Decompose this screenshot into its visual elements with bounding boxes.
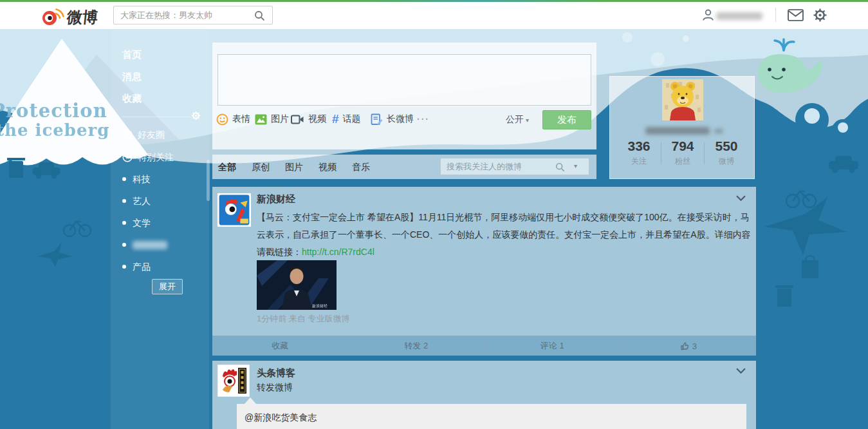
blurred-profile-name-tail [714, 129, 723, 133]
weibo-logo-text[interactable]: 微博 [66, 7, 98, 28]
bullet-icon [122, 243, 126, 247]
chevron-down-icon[interactable] [736, 368, 746, 374]
magnifier-icon[interactable] [555, 162, 565, 172]
trash-bin-icon [9, 161, 23, 178]
post-author[interactable]: 头条博客 [257, 367, 295, 379]
sidebar-gear-icon[interactable] [191, 111, 201, 120]
sidebar-expand-button[interactable]: 展开 [152, 279, 183, 294]
tool-emoticon[interactable]: 表情 [216, 111, 250, 128]
tool-topic[interactable]: #话题 [332, 111, 361, 128]
star-circle-icon [122, 152, 133, 162]
tab-original[interactable]: 原创 [252, 162, 270, 173]
sidebar-feed-blurred[interactable] [122, 240, 167, 250]
repost-button[interactable]: 转发 2 [348, 336, 485, 356]
sidebar-item-home[interactable]: 首页 [122, 49, 142, 61]
tool-long-post[interactable]: 长微博 [371, 111, 414, 128]
sidebar-feed-products[interactable]: 产品 [122, 262, 151, 273]
tab-music[interactable]: 音乐 [352, 162, 370, 173]
heart-circle-icon [122, 129, 133, 140]
sidebar-divider [122, 117, 190, 117]
feed-search-box: ▾ [440, 158, 589, 175]
chevron-down-icon[interactable]: ▾ [574, 162, 577, 169]
thumbs-up-icon [680, 341, 689, 350]
bullet-icon [122, 199, 126, 203]
blurred-username[interactable] [716, 12, 762, 20]
profile-card: 336 关注 794 粉丝 550 微博 [609, 76, 755, 179]
hash-icon: # [332, 112, 339, 126]
decor-line1: Protection [0, 100, 107, 122]
sidebar-feed-tech[interactable]: 科技 [122, 174, 151, 186]
shopping-bag-icon [802, 260, 818, 278]
header-bar: 微博 [0, 2, 868, 30]
quote-tail [245, 397, 256, 404]
decor-line2: the iceberg [0, 120, 109, 140]
avatar-sina-finance[interactable] [217, 193, 251, 227]
visibility-dropdown[interactable]: 公开▾ [506, 114, 529, 126]
tab-pictures[interactable]: 图片 [285, 162, 303, 173]
sidebar-item-messages[interactable]: 消息 [122, 71, 142, 83]
post-toutiao-blog: 头条博客 转发微博 @新浪吃货美食志 [212, 361, 756, 429]
background-decor-text: Protection the iceberg [0, 102, 109, 140]
sidebar-item-friends-circle[interactable]: 好友圈 [122, 129, 165, 141]
repost-text: 转发微博 [257, 382, 293, 394]
post-text: 【马云：支付宝一定会上市 希望在A股】11月11日光棍节，阿里移动端仅用七小时成… [257, 209, 753, 261]
envelope-icon[interactable] [788, 9, 804, 21]
bullet-icon [122, 177, 126, 181]
stat-posts[interactable]: 550 微博 [703, 138, 750, 167]
weibo-home-page: Protection the iceberg 微博 [0, 0, 868, 429]
publish-button[interactable]: 发布 [542, 110, 591, 129]
favorite-button[interactable]: 收藏 [212, 336, 348, 356]
post-sina-finance: 新浪财经 【马云：支付宝一定会上市 希望在A股】11月11日光棍节，阿里移动端仅… [212, 187, 756, 336]
sidebar-scrollbar[interactable] [207, 160, 210, 201]
bullet-icon [122, 221, 126, 225]
tab-all[interactable]: 全部 [218, 162, 236, 173]
chevron-down-icon: ▾ [526, 117, 529, 124]
sidebar-item-favorites[interactable]: 收藏 [122, 93, 142, 105]
video-camera-icon [291, 114, 304, 125]
sidebar-feed-artists[interactable]: 艺人 [122, 196, 151, 207]
header-divider [775, 8, 776, 22]
magnifier-icon[interactable] [254, 10, 265, 21]
stat-followers[interactable]: 794 粉丝 [659, 138, 706, 167]
composer-panel: 表情 图片 视频 #话题 长微博 · [212, 43, 596, 149]
gear-icon[interactable] [813, 8, 827, 23]
smiley-icon [216, 113, 228, 126]
long-post-icon [371, 113, 383, 126]
like-button[interactable]: 3 [620, 336, 757, 356]
post-link[interactable]: http://t.cn/R7rdC4l [302, 247, 374, 257]
more-dots-icon: ··· [417, 114, 430, 124]
tool-more[interactable]: ··· [417, 111, 430, 128]
bullet-icon [122, 265, 126, 269]
top-accent-line [0, 0, 868, 2]
quoted-post: @新浪吃货美食志 [237, 404, 746, 429]
post-meta[interactable]: 1分钟前 来自 专业版微博 [257, 313, 349, 325]
tool-picture[interactable]: 图片 [255, 111, 289, 128]
tab-videos[interactable]: 视频 [319, 162, 337, 173]
feed-tabs-panel: 全部 原创 图片 视频 音乐 ▾ [212, 155, 596, 179]
blurred-profile-name[interactable] [645, 127, 710, 135]
header-search-box [113, 6, 273, 24]
chevron-down-icon[interactable] [736, 195, 746, 201]
person-icon[interactable] [701, 8, 715, 22]
blurred-feed-label [133, 241, 167, 249]
avatar-toutiao-blog[interactable] [217, 365, 250, 397]
post-action-bar: 收藏 转发 2 评论 1 3 [212, 336, 756, 356]
svg-text:新浪财经: 新浪财经 [312, 303, 328, 308]
trash-bin-icon [777, 289, 791, 307]
stat-following[interactable]: 336 关注 [615, 138, 663, 167]
weibo-logo-icon[interactable] [40, 6, 64, 26]
feed-search-input[interactable] [441, 158, 589, 175]
picture-icon [255, 114, 267, 125]
post-image-jack-ma[interactable]: 新浪财经 [257, 260, 337, 310]
tool-video[interactable]: 视频 [291, 111, 326, 128]
profile-avatar-pooh[interactable] [662, 79, 703, 120]
compose-textarea[interactable] [217, 54, 591, 106]
sidebar-item-special-follow[interactable]: 特别关注 [122, 152, 174, 164]
comment-button[interactable]: 评论 1 [484, 336, 620, 356]
mention-link[interactable]: @新浪吃货美食志 [245, 412, 317, 424]
post-author[interactable]: 新浪财经 [257, 193, 295, 205]
sidebar-feed-literature[interactable]: 文学 [122, 218, 151, 229]
header-search-input[interactable] [114, 6, 272, 24]
